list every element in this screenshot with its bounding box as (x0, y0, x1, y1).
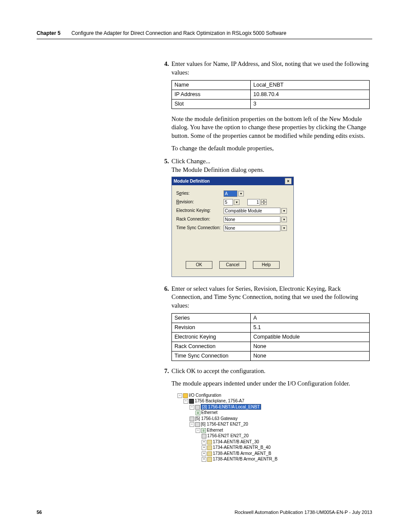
cell-label: IP Address (172, 90, 251, 100)
series-label: Series: (176, 190, 224, 196)
module-icon (207, 440, 212, 445)
tree-node-armor-aentr[interactable]: +1738-AENTR/B Armor_AENTR_B (171, 456, 292, 462)
module-icon (190, 417, 194, 421)
cell-value: 5.1 (251, 323, 370, 333)
collapse-icon[interactable]: − (177, 393, 182, 398)
step-text: Enter values for Name, IP Address, and S… (171, 60, 372, 77)
timesync-label: Time Sync Connection: (176, 225, 224, 231)
chevron-down-icon[interactable]: ▼ (238, 191, 244, 196)
spinner-buttons[interactable]: ▲▼ (261, 199, 267, 205)
series-select[interactable]: A (224, 190, 237, 197)
help-button[interactable]: Help (253, 261, 280, 269)
timesync-select[interactable]: None (224, 225, 280, 231)
close-icon[interactable]: × (285, 178, 292, 184)
chevron-up-icon[interactable]: ▲ (261, 199, 267, 202)
collapse-icon[interactable]: − (190, 422, 194, 427)
table-row: NameLocal_ENBT (172, 81, 370, 90)
revision-row: Revision: 5 ▼ 1 ▲▼ (176, 198, 289, 206)
table-row: Rack ConnectionNone (172, 342, 370, 351)
chevron-down-icon[interactable]: ▼ (281, 208, 287, 214)
module-icon (195, 405, 200, 410)
timesync-row: Time Sync Connection: None ▼ (176, 224, 289, 232)
chevron-down-icon[interactable]: ▼ (281, 217, 287, 222)
keying-row: Electronic Keying: Compatible Module ▼ (176, 207, 289, 215)
dialog-titlebar: Module Definition × (172, 177, 293, 185)
revision-major-select[interactable]: 5 (224, 199, 233, 205)
step-7: 7. Click OK to accept the configuration. (159, 367, 372, 376)
ok-button[interactable]: OK (186, 261, 212, 269)
page-number: 56 (37, 510, 42, 515)
tree-node-l63-gateway[interactable]: [5] 1756-L63 Gateway (171, 416, 292, 422)
expand-icon[interactable]: + (202, 451, 206, 456)
revision-minor-spinner[interactable]: 1 (247, 199, 260, 205)
tree-node-aent-30[interactable]: +1734-AENT/B AENT_30 (171, 439, 292, 445)
step-4: 4. Enter values for Name, IP Address, an… (159, 60, 372, 77)
io-configuration-tree-figure: −I/O Configuration −1756 Backplane, 1756… (171, 392, 292, 462)
publication-info: Rockwell Automation Publication 1738-UM0… (234, 510, 372, 515)
content-column: 4. Enter values for Name, IP Address, an… (159, 60, 372, 462)
tree-node-backplane[interactable]: −1756 Backplane, 1756-A7 (171, 398, 292, 404)
collapse-icon[interactable]: − (196, 428, 200, 433)
tree-node-ethernet-2[interactable]: −Ethernet (171, 427, 292, 433)
tree-selected-label: [3] 1756-ENBT/A Local_ENBT (201, 404, 261, 410)
cancel-button[interactable]: Cancel (219, 261, 246, 269)
module-icon (207, 451, 212, 456)
module-definition-values-table: SeriesA Revision5.1 Electronic KeyingCom… (171, 313, 370, 361)
page-footer: 56 Rockwell Automation Publication 1738-… (37, 510, 372, 515)
module-definition-dialog-figure: Module Definition × Series: A ▼ Revision… (171, 177, 372, 277)
tree-node-aentr-40[interactable]: +1734-AENTR/B AENTR_B_40 (171, 445, 292, 451)
collapse-icon[interactable]: − (190, 405, 194, 410)
rack-connection-label: Rack Connection: (176, 216, 224, 222)
cell-label: Series (172, 314, 251, 323)
tree-node-io-configuration[interactable]: −I/O Configuration (171, 392, 292, 398)
chevron-down-icon[interactable]: ▼ (234, 199, 240, 205)
table-row: Time Sync ConnectionNone (172, 351, 370, 361)
expand-icon[interactable]: + (202, 457, 206, 462)
step-number: 7. (159, 367, 169, 376)
keying-select[interactable]: Compatible Module (224, 208, 280, 214)
chevron-down-icon[interactable]: ▼ (261, 202, 267, 205)
module-icon (202, 434, 206, 439)
dialog-title: Module Definition (174, 178, 210, 184)
ethernet-icon (196, 411, 200, 415)
module-icon (207, 445, 212, 450)
step-text: Enter or select values for Series, Revis… (171, 285, 372, 310)
expand-icon[interactable]: + (202, 445, 206, 450)
step-number: 5. (159, 157, 169, 174)
cell-label: Time Sync Connection (172, 351, 251, 361)
table-row: Electronic KeyingCompatible Module (172, 333, 370, 342)
cell-label: Revision (172, 323, 251, 333)
folder-icon (183, 393, 188, 398)
tree-node-ethernet[interactable]: Ethernet (171, 410, 292, 416)
table-row: Slot3 (172, 99, 370, 109)
table-row: Revision5.1 (172, 323, 370, 333)
chapter-label: Chapter 5 (37, 30, 60, 36)
tree-node-en2t-child[interactable]: 1756-EN2T EN2T_20 (171, 433, 292, 439)
cell-label: Slot (172, 99, 251, 109)
rack-connection-select[interactable]: None (224, 216, 280, 223)
cell-label: Electronic Keying (172, 333, 251, 342)
module-definition-dialog: Module Definition × Series: A ▼ Revision… (171, 177, 294, 277)
tree-node-en2t[interactable]: −[6] 1756-EN2T EN2T_20 (171, 421, 292, 427)
cell-value: A (251, 314, 370, 323)
tree-node-local-enbt[interactable]: −[3] 1756-ENBT/A Local_ENBT (171, 404, 292, 410)
chassis-icon (189, 399, 194, 404)
dialog-body: Series: A ▼ Revision: 5 ▼ 1 (172, 185, 293, 277)
rack-connection-row: Rack Connection: None ▼ (176, 215, 289, 223)
keying-label: Electronic Keying: (176, 208, 224, 214)
step-text: Click Change... The Module Definition di… (171, 157, 372, 174)
tree-node-armor-aent[interactable]: +1738-AENT/B Armor_AENT_B (171, 451, 292, 457)
table-row: IP Address10.88.70.4 (172, 90, 370, 100)
chevron-down-icon[interactable]: ▼ (281, 225, 287, 231)
note-paragraph: Note the module definition properties on… (171, 115, 372, 140)
step-5: 5. Click Change... The Module Definition… (159, 157, 372, 174)
step-subtext: The Module Definition dialog opens. (171, 166, 264, 173)
collapse-icon[interactable]: − (184, 399, 188, 404)
expand-icon[interactable]: + (202, 440, 206, 445)
page: Chapter 5 Configure the Adapter for Dire… (0, 0, 411, 532)
cell-value: 3 (251, 99, 370, 109)
cell-value: None (251, 351, 370, 361)
cell-label: Rack Connection (172, 342, 251, 351)
series-row: Series: A ▼ (176, 190, 289, 197)
note-paragraph: To change the default module properties, (171, 144, 372, 153)
